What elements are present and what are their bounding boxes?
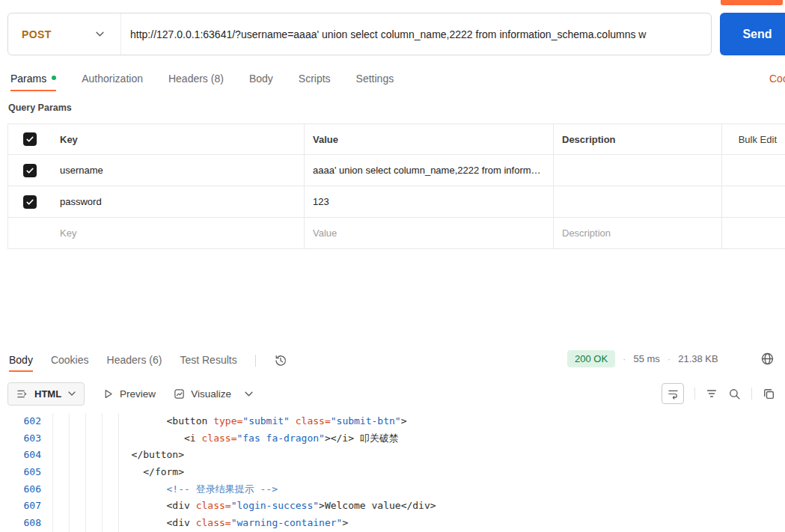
format-icon [16, 388, 28, 400]
code-text: <i class="fas fa-dragon"></i> 叩关破禁 [49, 430, 399, 447]
history-icon [274, 354, 287, 367]
line-number: 608 [0, 515, 41, 532]
response-size: 21.38 KB [678, 353, 718, 364]
chevron-down-icon [245, 391, 253, 397]
code-token: </button> [132, 449, 184, 460]
param-extra-cell [721, 218, 785, 248]
code-token: "submit" [242, 415, 290, 426]
wrap-text-icon [668, 388, 679, 400]
tab-authorization[interactable]: Authorization [82, 67, 143, 91]
line-number: 604 [0, 447, 41, 464]
preview-button[interactable]: Preview [103, 388, 156, 400]
tab-settings[interactable]: Settings [356, 67, 394, 91]
clipped-orange-button-fragment [721, 0, 783, 5]
code-token: class= [196, 432, 237, 444]
visualize-icon [174, 388, 185, 400]
visualize-button[interactable]: Visualize [174, 388, 231, 400]
row-checkbox[interactable] [23, 195, 37, 209]
code-token: "login-success" [231, 500, 319, 511]
divider [694, 388, 695, 400]
code-line: 605 </form> [0, 464, 785, 481]
chevron-down-icon [68, 391, 76, 396]
param-description-cell[interactable] [553, 155, 721, 186]
param-extra-cell [721, 155, 785, 186]
param-value-cell[interactable]: 123 [304, 186, 553, 217]
code-text: <div class="warning-container"> [49, 515, 348, 532]
bulk-edit-button[interactable]: Bulk Edit [739, 134, 777, 145]
code-token: type= [207, 415, 242, 426]
param-description-cell[interactable] [553, 186, 721, 217]
param-description-input[interactable]: Description [553, 218, 721, 248]
tab-headers[interactable]: Headers (8) [168, 67, 224, 91]
preview-icon [103, 388, 114, 400]
query-params-table: Key Value Description Bulk Edit username… [7, 123, 785, 249]
status-badge[interactable]: 200 OK [567, 350, 615, 367]
viewer-right-icons [662, 383, 775, 404]
code-token: "warning-container" [231, 517, 343, 528]
tab-scripts[interactable]: Scripts [299, 67, 331, 91]
divider [751, 388, 752, 400]
response-time: 55 ms [633, 353, 659, 364]
search-button[interactable] [728, 388, 741, 400]
code-line: 608 <div class="warning-container"> [0, 515, 785, 532]
tab-label: Authorization [82, 73, 143, 85]
wrap-text-toggle[interactable] [662, 383, 684, 404]
response-meta: 200 OK · 55 ms · 21.38 KB [567, 350, 775, 367]
unsaved-dot-icon [52, 76, 56, 80]
line-number: 605 [0, 464, 41, 481]
param-key-input[interactable]: Key [52, 218, 304, 248]
param-key-text: password [60, 196, 102, 207]
row-checkbox[interactable] [23, 164, 37, 177]
code-token: > [342, 517, 348, 528]
code-token: class= [290, 415, 331, 426]
code-token: <!-- 登录结果提示 --> [167, 483, 278, 495]
tab-label: Params [10, 73, 46, 85]
code-token: "submit-btn" [331, 415, 401, 426]
send-button[interactable]: Send [720, 13, 785, 55]
param-value-cell[interactable]: aaaa' union select column_name,2222 from… [304, 155, 553, 186]
param-extra-cell [721, 186, 785, 217]
param-key-cell[interactable]: password [52, 186, 304, 217]
separator-dot: · [623, 353, 626, 364]
response-history-button[interactable] [274, 354, 287, 367]
copy-button[interactable] [763, 388, 775, 400]
tab-body[interactable]: Body [249, 67, 273, 91]
response-body-code[interactable]: 602 <button type="submit" class="submit-… [0, 413, 785, 532]
code-line: 603 <i class="fas fa-dragon"></i> 叩关破禁 [0, 430, 785, 447]
filter-lines-icon [706, 388, 718, 400]
cookies-link[interactable]: Cookies [769, 73, 785, 85]
code-line: 606 <!-- 登录结果提示 --> [0, 481, 785, 498]
line-number: 603 [0, 430, 41, 447]
filter-button[interactable] [706, 388, 718, 400]
param-row-empty: Key Value Description [8, 218, 785, 249]
code-text: </form> [49, 464, 184, 481]
format-select[interactable]: HTML [7, 382, 85, 406]
separator-dot: · [668, 353, 671, 364]
code-token: <button [167, 415, 208, 426]
method-label: POST [22, 28, 52, 40]
visualize-options-chevron[interactable] [245, 391, 253, 397]
more-horizontal-icon[interactable] [730, 138, 731, 141]
param-value-input[interactable]: Value [304, 218, 553, 248]
response-tab-body[interactable]: Body [9, 349, 33, 372]
select-all-checkbox[interactable] [23, 132, 37, 146]
response-tab-test-results[interactable]: Test Results [180, 349, 236, 372]
response-tab-cookies[interactable]: Cookies [51, 349, 89, 372]
method-select[interactable]: POST [8, 28, 120, 40]
code-token: class= [190, 500, 231, 511]
network-info-button[interactable] [760, 352, 775, 366]
tab-params[interactable]: Params [10, 67, 56, 91]
param-value-text: aaaa' union select column_name,2222 from… [313, 165, 545, 176]
line-number: 607 [0, 498, 41, 515]
url-input[interactable] [121, 28, 711, 40]
code-token: <div [167, 500, 190, 511]
globe-icon [760, 352, 775, 366]
bulk-edit-area: Bulk Edit [721, 124, 785, 154]
code-token: <i [184, 432, 196, 444]
param-row-password: password 123 [8, 186, 785, 218]
code-token [49, 466, 143, 477]
line-number: 602 [0, 413, 41, 430]
param-key-cell[interactable]: username [52, 155, 304, 186]
code-token [49, 415, 167, 426]
response-tab-headers[interactable]: Headers (6) [107, 349, 162, 372]
